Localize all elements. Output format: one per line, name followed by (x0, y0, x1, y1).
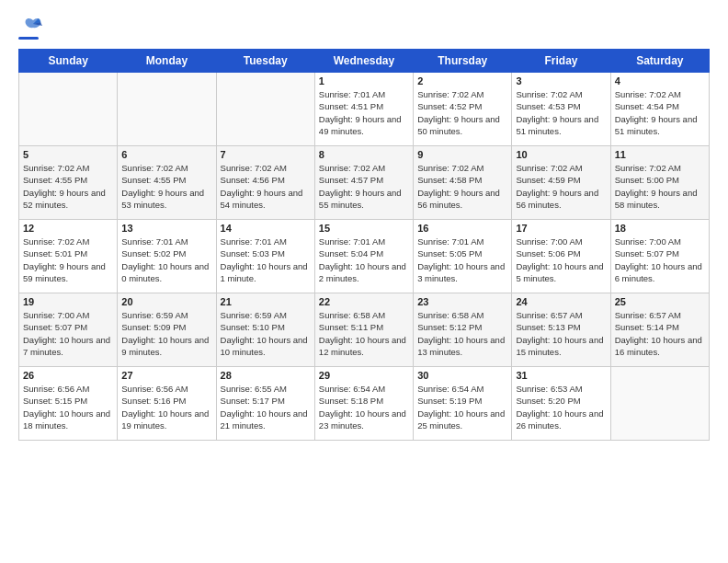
calendar-body: 1Sunrise: 7:01 AMSunset: 4:51 PMDaylight… (19, 73, 710, 441)
day-number: 31 (516, 370, 606, 381)
day-number: 8 (319, 149, 409, 160)
day-info: Sunrise: 7:00 AMSunset: 5:06 PMDaylight:… (516, 236, 606, 284)
day-number: 25 (615, 296, 705, 307)
calendar-cell: 9Sunrise: 7:02 AMSunset: 4:58 PMDaylight… (414, 146, 512, 220)
calendar-week-row: 19Sunrise: 7:00 AMSunset: 5:07 PMDayligh… (19, 293, 710, 367)
calendar-cell: 4Sunrise: 7:02 AMSunset: 4:54 PMDaylight… (610, 73, 709, 146)
day-info: Sunrise: 7:01 AMSunset: 5:05 PMDaylight:… (417, 236, 507, 284)
calendar-cell: 10Sunrise: 7:02 AMSunset: 4:59 PMDayligh… (512, 146, 610, 220)
weekday-header: Wednesday (314, 50, 413, 73)
day-info: Sunrise: 7:02 AMSunset: 4:55 PMDaylight:… (23, 162, 113, 211)
calendar-cell: 25Sunrise: 6:57 AMSunset: 5:14 PMDayligh… (610, 293, 709, 367)
day-number: 12 (23, 223, 113, 234)
day-number: 9 (417, 149, 507, 160)
calendar-header: SundayMondayTuesdayWednesdayThursdayFrid… (19, 50, 710, 73)
day-info: Sunrise: 7:01 AMSunset: 5:02 PMDaylight:… (121, 236, 211, 284)
day-info: Sunrise: 6:58 AMSunset: 5:12 PMDaylight:… (417, 309, 507, 358)
day-number: 11 (615, 149, 705, 160)
day-info: Sunrise: 7:02 AMSunset: 4:54 PMDaylight:… (615, 88, 705, 137)
calendar-table: SundayMondayTuesdayWednesdayThursdayFrid… (18, 49, 710, 441)
calendar-cell: 28Sunrise: 6:55 AMSunset: 5:17 PMDayligh… (216, 367, 314, 441)
calendar-cell: 5Sunrise: 7:02 AMSunset: 4:55 PMDaylight… (19, 146, 118, 220)
calendar-cell: 27Sunrise: 6:56 AMSunset: 5:16 PMDayligh… (118, 367, 216, 441)
day-number: 23 (417, 296, 507, 307)
weekday-header: Thursday (414, 50, 512, 73)
day-info: Sunrise: 7:02 AMSunset: 4:59 PMDaylight:… (516, 162, 606, 211)
day-info: Sunrise: 6:54 AMSunset: 5:19 PMDaylight:… (417, 383, 507, 431)
calendar-cell: 24Sunrise: 6:57 AMSunset: 5:13 PMDayligh… (512, 293, 610, 367)
day-number: 1 (319, 75, 409, 86)
day-number: 26 (23, 370, 113, 381)
day-info: Sunrise: 6:54 AMSunset: 5:18 PMDaylight:… (319, 383, 409, 431)
weekday-header: Tuesday (216, 50, 314, 73)
day-info: Sunrise: 7:02 AMSunset: 5:01 PMDaylight:… (23, 236, 113, 284)
day-info: Sunrise: 6:57 AMSunset: 5:14 PMDaylight:… (615, 309, 705, 358)
calendar-week-row: 26Sunrise: 6:56 AMSunset: 5:15 PMDayligh… (19, 367, 710, 441)
calendar-cell: 30Sunrise: 6:54 AMSunset: 5:19 PMDayligh… (414, 367, 512, 441)
calendar-cell: 3Sunrise: 7:02 AMSunset: 4:53 PMDaylight… (512, 73, 610, 146)
day-number: 10 (516, 149, 606, 160)
calendar-cell: 6Sunrise: 7:02 AMSunset: 4:55 PMDaylight… (118, 146, 216, 220)
day-number: 3 (516, 75, 606, 86)
day-info: Sunrise: 7:00 AMSunset: 5:07 PMDaylight:… (23, 309, 113, 358)
calendar-cell: 13Sunrise: 7:01 AMSunset: 5:02 PMDayligh… (118, 220, 216, 293)
day-info: Sunrise: 7:01 AMSunset: 5:04 PMDaylight:… (319, 236, 409, 284)
calendar-cell: 18Sunrise: 7:00 AMSunset: 5:07 PMDayligh… (610, 220, 709, 293)
calendar-cell: 20Sunrise: 6:59 AMSunset: 5:09 PMDayligh… (118, 293, 216, 367)
day-info: Sunrise: 7:01 AMSunset: 4:51 PMDaylight:… (319, 88, 409, 137)
calendar-cell: 7Sunrise: 7:02 AMSunset: 4:56 PMDaylight… (216, 146, 314, 220)
calendar-cell: 31Sunrise: 6:53 AMSunset: 5:20 PMDayligh… (512, 367, 610, 441)
day-number: 2 (417, 75, 507, 86)
day-number: 6 (121, 149, 211, 160)
weekday-header: Saturday (610, 50, 709, 73)
day-info: Sunrise: 7:02 AMSunset: 4:56 PMDaylight:… (221, 162, 311, 211)
day-number: 21 (221, 296, 311, 307)
calendar-cell (19, 73, 118, 146)
day-number: 24 (516, 296, 606, 307)
day-number: 27 (121, 370, 211, 381)
calendar-cell (118, 73, 216, 146)
calendar-cell (216, 73, 314, 146)
day-number: 28 (221, 370, 311, 381)
calendar-cell (610, 367, 709, 441)
calendar-cell: 16Sunrise: 7:01 AMSunset: 5:05 PMDayligh… (414, 220, 512, 293)
calendar-week-row: 12Sunrise: 7:02 AMSunset: 5:01 PMDayligh… (19, 220, 710, 293)
weekday-header: Monday (118, 50, 216, 73)
day-number: 7 (221, 149, 311, 160)
day-info: Sunrise: 6:59 AMSunset: 5:09 PMDaylight:… (121, 309, 211, 358)
day-info: Sunrise: 6:56 AMSunset: 5:16 PMDaylight:… (121, 383, 211, 431)
day-info: Sunrise: 6:55 AMSunset: 5:17 PMDaylight:… (221, 383, 311, 431)
weekday-header: Sunday (19, 50, 118, 73)
day-info: Sunrise: 7:02 AMSunset: 4:58 PMDaylight:… (417, 162, 507, 211)
day-number: 20 (121, 296, 211, 307)
page: SundayMondayTuesdayWednesdayThursdayFrid… (0, 0, 728, 450)
day-info: Sunrise: 7:02 AMSunset: 4:53 PMDaylight:… (516, 88, 606, 137)
calendar-cell: 14Sunrise: 7:01 AMSunset: 5:03 PMDayligh… (216, 220, 314, 293)
day-number: 18 (615, 223, 705, 234)
day-number: 22 (319, 296, 409, 307)
day-number: 19 (23, 296, 113, 307)
header (18, 15, 710, 40)
day-info: Sunrise: 6:58 AMSunset: 5:11 PMDaylight:… (319, 309, 409, 358)
day-info: Sunrise: 7:02 AMSunset: 4:52 PMDaylight:… (417, 88, 507, 137)
day-info: Sunrise: 6:56 AMSunset: 5:15 PMDaylight:… (23, 383, 113, 431)
day-number: 30 (417, 370, 507, 381)
calendar-cell: 22Sunrise: 6:58 AMSunset: 5:11 PMDayligh… (314, 293, 413, 367)
calendar-cell: 15Sunrise: 7:01 AMSunset: 5:04 PMDayligh… (314, 220, 413, 293)
day-info: Sunrise: 6:57 AMSunset: 5:13 PMDaylight:… (516, 309, 606, 358)
day-info: Sunrise: 7:02 AMSunset: 4:57 PMDaylight:… (319, 162, 409, 211)
day-info: Sunrise: 7:01 AMSunset: 5:03 PMDaylight:… (221, 236, 311, 284)
calendar-cell: 1Sunrise: 7:01 AMSunset: 4:51 PMDaylight… (314, 73, 413, 146)
calendar-cell: 19Sunrise: 7:00 AMSunset: 5:07 PMDayligh… (19, 293, 118, 367)
day-number: 29 (319, 370, 409, 381)
weekday-header: Friday (512, 50, 610, 73)
day-number: 4 (615, 75, 705, 86)
calendar-cell: 29Sunrise: 6:54 AMSunset: 5:18 PMDayligh… (314, 367, 413, 441)
header-row: SundayMondayTuesdayWednesdayThursdayFrid… (19, 50, 710, 73)
calendar-cell: 26Sunrise: 6:56 AMSunset: 5:15 PMDayligh… (19, 367, 118, 441)
day-info: Sunrise: 7:02 AMSunset: 4:55 PMDaylight:… (121, 162, 211, 211)
day-number: 16 (417, 223, 507, 234)
calendar-cell: 21Sunrise: 6:59 AMSunset: 5:10 PMDayligh… (216, 293, 314, 367)
calendar-cell: 23Sunrise: 6:58 AMSunset: 5:12 PMDayligh… (414, 293, 512, 367)
day-info: Sunrise: 7:00 AMSunset: 5:07 PMDaylight:… (615, 236, 705, 284)
